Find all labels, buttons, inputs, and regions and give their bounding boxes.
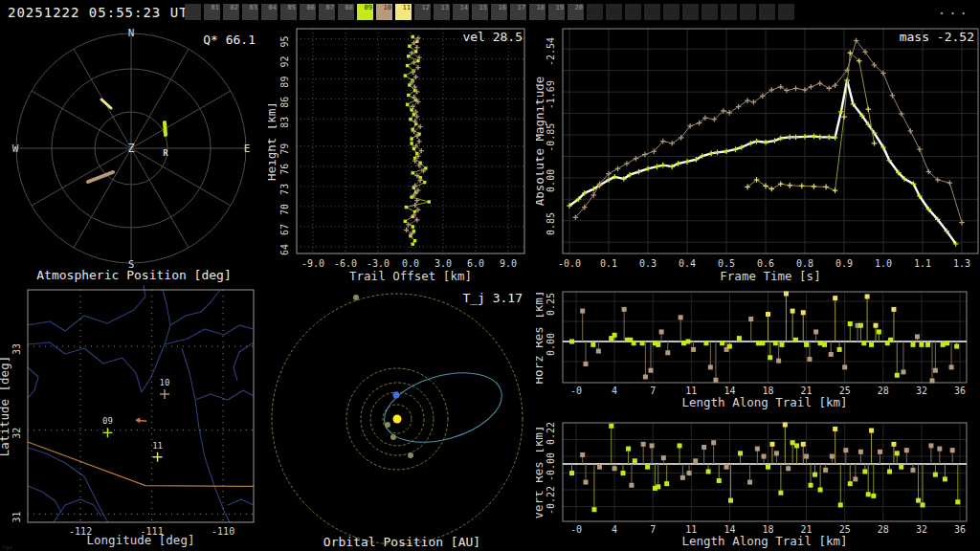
frame-number: 13 [441,4,449,11]
frame-box-09[interactable]: 09 [357,4,373,20]
svg-text:83: 83 [279,117,290,128]
magnitude-panel: -0.00.10.30.40.50.60.80.91.01.11.3-2.54-… [536,27,980,285]
svg-text:67: 67 [279,224,290,235]
svg-text:-0: -0 [570,524,582,535]
frame-number: 16 [499,4,506,11]
svg-text:0.85: 0.85 [546,212,556,235]
svg-text:1.3: 1.3 [953,258,970,269]
svg-text:0.1: 0.1 [600,258,617,269]
svg-text:-2.54: -2.54 [546,37,556,66]
atmospheric-panel-title: Atmospheric Position [deg] [0,268,268,282]
tisserand-label: T_j 3.17 [462,291,523,305]
frame-box-blank[interactable] [778,4,794,20]
frame-box-06[interactable]: 06 [300,4,316,20]
frame-box-blank[interactable] [606,4,622,20]
frame-box-blank[interactable] [625,4,641,20]
frame-number: 11 [403,4,411,11]
svg-text:0.3: 0.3 [639,258,657,269]
overflow-menu-icon[interactable]: ... [938,2,970,17]
frame-box-15[interactable]: 15 [472,4,488,20]
frame-number: 05 [288,4,296,11]
svg-text:-6.0: -6.0 [334,258,357,269]
svg-text:10: 10 [160,378,170,387]
svg-text:36: 36 [954,524,966,535]
frame-box-11[interactable]: 11 [395,4,412,20]
svg-text:0.25: 0.25 [546,293,556,316]
top-bar: 20251222 05:55:23 UTC 010203040506070809… [0,0,980,27]
svg-text:E: E [244,143,251,155]
svg-text:79: 79 [279,143,290,155]
frame-box-20[interactable]: 20 [568,4,584,20]
frame-number: 10 [384,4,391,11]
frame-box-blank[interactable] [702,4,718,20]
frame-box-14[interactable]: 14 [453,4,469,20]
station-11-trail [101,99,111,108]
frame-box-01[interactable]: 01 [204,4,220,20]
frame-box-04[interactable]: 04 [261,4,278,20]
orbital-position-panel: T_j 3.17 Orbital Position [AU] [268,285,536,551]
svg-text:92: 92 [279,56,290,68]
svg-text:N: N [128,27,135,39]
frame-number: 20 [575,4,583,11]
svg-text:W: W [12,143,19,155]
watermark-text: rgw [2,543,12,550]
frame-box-12[interactable]: 12 [414,4,431,20]
frame-box-blank[interactable] [663,4,679,20]
svg-text:11: 11 [152,441,163,451]
frame-number: 14 [460,4,468,11]
svg-text:09: 09 [102,416,113,426]
svg-text:33: 33 [11,343,22,355]
frame-box-blank[interactable] [721,4,737,20]
frame-number: 06 [307,4,315,11]
svg-text:76: 76 [279,164,290,175]
svg-text:Trail Offset [km]: Trail Offset [km] [349,269,472,283]
frame-box-blank[interactable] [682,4,699,20]
ground-map-plot: -112-111-110333231091011Latitude [deg]Lo… [0,285,268,551]
frame-box-17[interactable]: 17 [510,4,526,20]
frame-box-18[interactable]: 18 [529,4,546,20]
svg-text:64: 64 [279,244,290,255]
frame-box-10[interactable]: 10 [376,4,392,20]
frame-box-08[interactable]: 08 [338,4,354,20]
frame-number: 17 [518,4,525,11]
frame-box-02[interactable]: 02 [223,4,239,20]
svg-text:31: 31 [11,511,22,522]
svg-text:Vert Res [km]: Vert Res [km] [536,426,546,519]
svg-text:0.00: 0.00 [546,169,556,192]
q-value-label: Q* 66.1 [203,33,256,47]
sun-dot [393,415,402,424]
svg-text:3.0: 3.0 [434,258,452,269]
frame-box-13[interactable]: 13 [434,4,450,20]
svg-text:0.4: 0.4 [679,258,696,269]
svg-text:6.0: 6.0 [467,258,484,269]
residuals-stem-plots: -04711141821252832360.250.00Horz Res [km… [536,285,980,551]
frame-box-blank[interactable] [185,4,201,20]
svg-text:-0: -0 [570,386,582,396]
frame-box-05[interactable]: 05 [280,4,297,20]
svg-text:R: R [163,148,168,158]
frame-box-blank[interactable] [759,4,775,20]
frame-box-16[interactable]: 16 [491,4,507,20]
frame-box-03[interactable]: 03 [242,4,258,20]
svg-text:-0.0: -0.0 [558,258,581,269]
svg-text:Absolute Magnitude: Absolute Magnitude [536,77,546,206]
orbital-panel-title: Orbital Position [AU] [268,535,536,549]
svg-text:4: 4 [612,524,617,535]
svg-text:-0.22: -0.22 [546,486,556,515]
frame-number: 03 [250,4,257,11]
svg-text:0.0: 0.0 [402,258,419,269]
frame-box-19[interactable]: 19 [548,4,565,20]
frame-box-07[interactable]: 07 [319,4,335,20]
frame-box-blank[interactable] [740,4,756,20]
frame-number: 04 [269,4,277,11]
atmospheric-position-panel: NSEWZR Q* 66.1 Atmospheric Position [deg… [0,27,268,285]
frame-number: 12 [422,4,430,11]
frame-number: 02 [231,4,238,11]
svg-text:70: 70 [279,204,290,215]
frame-box-blank[interactable] [587,4,603,20]
frame-box-blank[interactable] [644,4,660,20]
svg-text:Frame Time [s]: Frame Time [s] [720,269,820,283]
frame-number: 09 [365,4,372,11]
frame-number: 19 [556,4,564,11]
frame-number: 08 [345,4,353,11]
